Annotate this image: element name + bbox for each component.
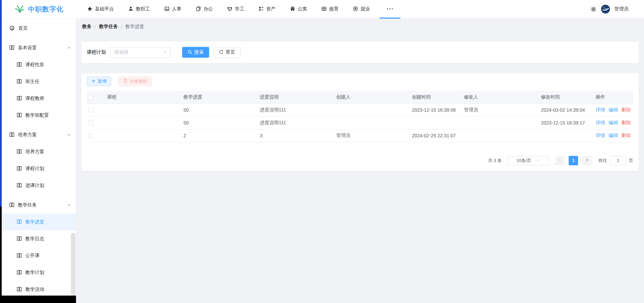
sidebar-group-teaching-tasks[interactable]: 教学任务 [2, 197, 76, 214]
next-page-button[interactable] [582, 156, 592, 165]
top-header: 中职数字化 基础平台 教职工 人事 办公 学工 资产 公寓 [2, 0, 644, 19]
delete-link[interactable]: 删除 [621, 107, 631, 112]
edit-link[interactable]: 编辑 [609, 133, 618, 138]
edit-link[interactable]: 编辑 [609, 120, 618, 125]
course-plan-select[interactable]: 请选择 [110, 47, 171, 58]
nav-item-office[interactable]: 办公 [191, 0, 218, 19]
nav-item-apartment[interactable]: 公寓 [285, 0, 312, 19]
select-all-checkbox[interactable] [88, 95, 93, 100]
col-progress-note: 进度说明 [258, 91, 335, 104]
list-icon [258, 6, 264, 12]
table-toolbar: 新增 批量删除 [87, 77, 633, 86]
open-book-icon [17, 183, 22, 189]
sidebar-item-elective-plan[interactable]: 选课计划 [2, 177, 76, 194]
grid-icon [321, 6, 327, 12]
sidebar-item-home[interactable]: 首页 [2, 20, 76, 37]
nav-item-moral-education[interactable]: 德育 [317, 0, 343, 19]
gear-icon[interactable] [590, 6, 597, 12]
row-checkbox[interactable] [88, 120, 93, 125]
row-checkbox[interactable] [88, 133, 93, 138]
dashboard-icon [9, 25, 15, 32]
user-name[interactable]: 管理员 [614, 6, 628, 12]
sidebar-item-teaching-progress[interactable]: 教学进度 [2, 214, 76, 230]
star-icon [87, 6, 93, 12]
breadcrumb-item[interactable]: 教务 [82, 24, 92, 30]
breadcrumb-item-current: 教学进度 [125, 24, 144, 30]
person-icon [128, 6, 133, 12]
sidebar-item-training-plan[interactable]: 培养方案 [2, 143, 76, 160]
delete-link[interactable]: 删除 [621, 120, 631, 125]
breadcrumb-item[interactable]: 教学任务 [99, 24, 118, 30]
open-book-icon [17, 286, 22, 293]
sidebar-item-teaching-activity[interactable]: 教学活动 [2, 281, 76, 296]
table-card: 新增 批量删除 课程 教学进度 进度说明 创建人 创建时间 修改 [81, 73, 639, 171]
chevron-right-icon [585, 158, 589, 163]
chevron-up-icon [67, 46, 71, 50]
open-book-icon [17, 79, 22, 85]
edit-link[interactable]: 编辑 [609, 107, 618, 112]
sidebar-item-teaching-log[interactable]: 教学日志 [2, 230, 76, 247]
batch-delete-button[interactable]: 批量删除 [119, 77, 152, 86]
detail-link[interactable]: 详情 [596, 120, 605, 125]
add-button[interactable]: 新增 [87, 77, 111, 86]
nav-item-hr[interactable]: 人事 [159, 0, 186, 19]
delete-link[interactable]: 删除 [621, 133, 631, 138]
brand-title: 中职数字化 [28, 5, 64, 14]
sidebar-item-teaching-class-config[interactable]: 教学班配置 [2, 107, 76, 124]
course-plan-label: 课程计划 [87, 49, 106, 55]
prev-page-button[interactable] [555, 156, 565, 165]
chevron-down-icon [163, 50, 167, 55]
nav-item-student-affairs[interactable]: 学工 [222, 0, 249, 19]
chevron-down-icon [536, 158, 540, 163]
sidebar-item-course-nature[interactable]: 课程性质 [2, 56, 76, 73]
building-icon [290, 6, 295, 12]
open-book-icon [17, 219, 22, 225]
reset-button[interactable]: 重置 [214, 47, 241, 58]
open-book-icon [17, 95, 22, 102]
detail-link[interactable]: 详情 [596, 107, 605, 112]
copy-icon [196, 6, 201, 12]
logo-plant-icon [15, 4, 25, 15]
sidebar: 首页 基本设置 课程性质 班主任 课程教师 教学班配置 培养方案 [2, 19, 76, 296]
table-row: 50 进度说明111 2023-12-15 16:39:17 详情编辑删除 [87, 116, 633, 129]
goto-label: 前往 [598, 158, 607, 164]
sidebar-group-training-plan[interactable]: 培养方案 [2, 127, 76, 143]
open-book-icon [9, 45, 15, 51]
nav-item-assets[interactable]: 资产 [254, 0, 280, 19]
chevron-up-icon [67, 203, 71, 207]
progress-table: 课程 教学进度 进度说明 创建人 创建时间 修改人 修改时间 操作 50 进度说… [87, 91, 633, 142]
avatar[interactable] [601, 5, 610, 13]
sidebar-item-course-plan[interactable]: 课程计划 [2, 160, 76, 177]
nav-item-employment[interactable]: 就业 [348, 0, 375, 19]
sidebar-scrollbar[interactable] [71, 233, 75, 296]
nav-item-base-platform[interactable]: 基础平台 [82, 0, 119, 19]
search-button[interactable]: 搜索 [182, 47, 209, 58]
row-checkbox[interactable] [88, 108, 93, 112]
filter-card: 课程计划 请选择 搜索 重置 [81, 42, 639, 63]
sidebar-item-open-class[interactable]: 公开课 [2, 247, 76, 264]
col-actions: 操作 [594, 91, 633, 104]
page-size-select[interactable]: 10条/页 [507, 156, 549, 165]
open-book-icon [9, 132, 15, 138]
col-modifier: 修改人 [463, 91, 540, 104]
sidebar-item-teaching-plan[interactable]: 教学计划 [2, 264, 76, 281]
detail-link[interactable]: 详情 [596, 133, 605, 138]
sidebar-group-basic-settings[interactable]: 基本设置 [2, 39, 76, 56]
brand[interactable]: 中职数字化 [15, 4, 64, 15]
breadcrumb-separator: / [95, 24, 96, 29]
page-number-1[interactable]: 1 [569, 156, 578, 165]
col-creator: 创建人 [335, 91, 411, 104]
goto-page-input[interactable] [610, 156, 626, 165]
open-book-icon [17, 149, 22, 155]
nav-item-staff[interactable]: 教职工 [123, 0, 155, 19]
plus-icon [92, 79, 96, 84]
ellipsis-icon [386, 6, 394, 12]
table-row: 50 进度说明111 2023-12-15 16:39:06 管理员 2024-… [87, 104, 633, 116]
sidebar-item-course-teacher[interactable]: 课程教师 [2, 90, 76, 107]
open-book-icon [17, 253, 22, 259]
main-content: 教务 / 教学任务 / 教学进度 课程计划 请选择 搜索 重置 新增 批量 [76, 19, 644, 303]
nav-item-more[interactable] [379, 0, 400, 19]
col-created-time: 创建时间 [411, 91, 463, 104]
sidebar-item-head-teacher[interactable]: 班主任 [2, 73, 76, 90]
left-accent-strip [0, 0, 2, 206]
